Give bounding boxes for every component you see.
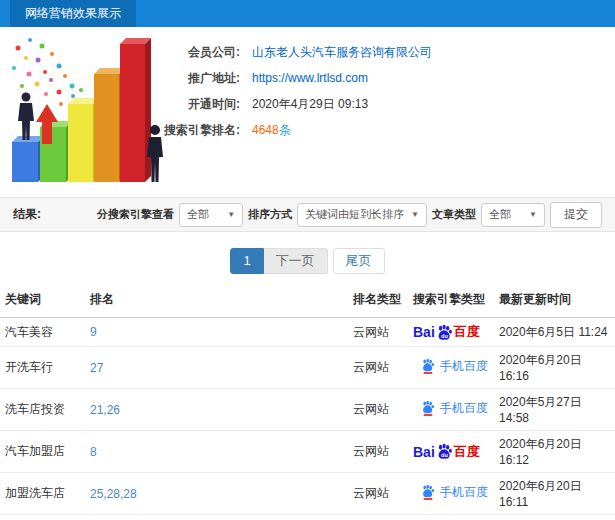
page-title: 网络营销效果展示 <box>25 6 121 20</box>
table-row: 洗车赚钱吗 30 云网站 手机百度 2020年6月20日 16:12 <box>0 515 615 520</box>
header-updated: 最新更新时间 <box>494 282 615 318</box>
rank-value-link[interactable]: 21,26 <box>90 403 120 417</box>
search-ranking-value: 4648条 <box>252 117 291 143</box>
header-rank-type: 排名类型 <box>348 282 408 318</box>
result-label: 结果: <box>13 206 41 223</box>
table-row: 洗车店投资 21,26 云网站 手机百度 2020年5月27日 14:58 <box>0 389 615 431</box>
baidu-paw-icon <box>421 400 435 416</box>
table-body: 汽车美容 9 云网站 Baidu百度 2020年6月5日 11:24 开洗车行 … <box>0 318 615 520</box>
sort-order-value: 关键词由短到长排序 <box>305 207 404 222</box>
page-1-button[interactable]: 1 <box>230 248 263 274</box>
table-row: 汽车美容 9 云网站 Baidu百度 2020年6月5日 11:24 <box>0 318 615 347</box>
page-title-tab: 网络营销效果展示 <box>10 0 136 27</box>
rank-cell: 8 <box>85 431 348 473</box>
search-ranking-label: 搜索引擎排名: <box>40 117 240 143</box>
baidu-paw-icon: du <box>436 324 453 341</box>
rank-cell: 9 <box>85 318 348 347</box>
mobile-baidu-logo: 手机百度 <box>421 400 488 417</box>
rank-cell: 25,28,28 <box>85 473 348 515</box>
baidu-paw-icon <box>421 358 435 374</box>
updated-cell: 2020年6月5日 11:24 <box>494 318 615 347</box>
keyword-cell: 汽车美容 <box>0 318 85 347</box>
sort-order-select[interactable]: 关键词由短到长排序 ▼ <box>297 203 427 227</box>
updated-cell: 2020年6月20日 16:12 <box>494 515 615 520</box>
filter-controls: 分搜索引擎查看 全部 ▼ 排序方式 关键词由短到长排序 ▼ 文章类型 全部 ▼ … <box>97 202 602 228</box>
table-row: 汽车加盟店 8 云网站 Baidu百度 2020年6月20日 16:12 <box>0 431 615 473</box>
header-bar: 网络营销效果展示 <box>0 0 615 27</box>
rank-value-link[interactable]: 9 <box>90 325 97 339</box>
header-rank: 排名 <box>85 282 348 318</box>
rank-value-link[interactable]: 8 <box>90 445 97 459</box>
keyword-cell: 加盟洗车店 <box>0 473 85 515</box>
chevron-down-icon: ▼ <box>529 210 537 219</box>
chevron-down-icon: ▼ <box>411 210 419 219</box>
ranking-count: 4648 <box>252 123 279 137</box>
rank-cell: 27 <box>85 347 348 389</box>
article-type-label: 文章类型 <box>432 207 476 222</box>
updated-cell: 2020年6月20日 16:11 <box>494 473 615 515</box>
engine-cell: 手机百度 <box>408 389 494 431</box>
ranking-unit: 条 <box>279 123 291 137</box>
mobile-baidu-logo: 手机百度 <box>421 484 488 501</box>
rank-type-cell: 云网站 <box>348 431 408 473</box>
rank-type-cell: 云网站 <box>348 347 408 389</box>
rank-type-cell: 云网站 <box>348 515 408 520</box>
member-company-link[interactable]: 山东老人头汽车服务咨询有限公司 <box>252 39 432 65</box>
rank-type-cell: 云网站 <box>348 318 408 347</box>
svg-text:du: du <box>441 452 448 458</box>
page: { "header": { "title": "网络营销效果展示" }, "in… <box>0 0 615 520</box>
rank-cell: 21,26 <box>85 389 348 431</box>
engine-view-select[interactable]: 全部 ▼ <box>179 203 243 227</box>
baidu-logo: Baidu百度 <box>413 323 480 341</box>
rank-type-cell: 云网站 <box>348 389 408 431</box>
results-table: 关键词 排名 排名类型 搜索引擎类型 最新更新时间 汽车美容 9 云网站 Bai… <box>0 282 615 520</box>
member-company-row: 会员公司: 山东老人头汽车服务咨询有限公司 <box>0 39 615 65</box>
updated-cell: 2020年6月20日 16:12 <box>494 431 615 473</box>
engine-cell: 手机百度 <box>408 473 494 515</box>
search-ranking-row: 搜索引擎排名: 4648条 <box>0 117 615 143</box>
engine-cell: Baidu百度 <box>408 318 494 347</box>
article-type-select[interactable]: 全部 ▼ <box>481 203 545 227</box>
keyword-cell: 洗车赚钱吗 <box>0 515 85 520</box>
filter-bar: 结果: 分搜索引擎查看 全部 ▼ 排序方式 关键词由短到长排序 ▼ 文章类型 全… <box>0 197 615 232</box>
promo-url-label: 推广地址: <box>40 65 240 91</box>
sort-order-label: 排序方式 <box>248 207 292 222</box>
engine-view-value: 全部 <box>187 207 209 222</box>
baidu-paw-icon <box>421 484 435 500</box>
submit-button[interactable]: 提交 <box>550 202 602 228</box>
engine-cell: 手机百度 <box>408 347 494 389</box>
table-header-row: 关键词 排名 排名类型 搜索引擎类型 最新更新时间 <box>0 282 615 318</box>
keyword-cell: 开洗车行 <box>0 347 85 389</box>
updated-cell: 2020年5月27日 14:58 <box>494 389 615 431</box>
keyword-cell: 洗车店投资 <box>0 389 85 431</box>
member-company-label: 会员公司: <box>40 39 240 65</box>
baidu-paw-icon: du <box>436 443 453 460</box>
rank-value-link[interactable]: 25,28,28 <box>90 487 137 501</box>
header-engine-type: 搜索引擎类型 <box>408 282 494 318</box>
last-page-button[interactable]: 尾页 <box>333 248 385 274</box>
svg-text:du: du <box>441 332 448 338</box>
engine-cell: Baidu百度 <box>408 431 494 473</box>
open-time-row: 开通时间: 2020年4月29日 09:13 <box>0 91 615 117</box>
next-page-button[interactable]: 下一页 <box>264 248 328 274</box>
table-row: 开洗车行 27 云网站 手机百度 2020年6月20日 16:16 <box>0 347 615 389</box>
keyword-cell: 汽车加盟店 <box>0 431 85 473</box>
open-time-value: 2020年4月29日 09:13 <box>252 91 368 117</box>
promo-url-link[interactable]: https://www.lrtlsd.com <box>252 65 368 91</box>
rank-cell: 30 <box>85 515 348 520</box>
baidu-logo: Baidu百度 <box>413 443 480 461</box>
summary-section: 会员公司: 山东老人头汽车服务咨询有限公司 推广地址: https://www.… <box>0 27 615 197</box>
article-type-value: 全部 <box>489 207 511 222</box>
updated-cell: 2020年6月20日 16:16 <box>494 347 615 389</box>
table-row: 加盟洗车店 25,28,28 云网站 手机百度 2020年6月20日 16:11 <box>0 473 615 515</box>
chevron-down-icon: ▼ <box>227 210 235 219</box>
rank-type-cell: 云网站 <box>348 473 408 515</box>
header-keyword: 关键词 <box>0 282 85 318</box>
pagination: 1 下一页 尾页 <box>0 248 615 274</box>
open-time-label: 开通时间: <box>40 91 240 117</box>
promo-url-row: 推广地址: https://www.lrtlsd.com <box>0 65 615 91</box>
account-info: 会员公司: 山东老人头汽车服务咨询有限公司 推广地址: https://www.… <box>0 27 615 143</box>
engine-view-label: 分搜索引擎查看 <box>97 207 174 222</box>
rank-value-link[interactable]: 27 <box>90 361 103 375</box>
mobile-baidu-logo: 手机百度 <box>421 358 488 375</box>
